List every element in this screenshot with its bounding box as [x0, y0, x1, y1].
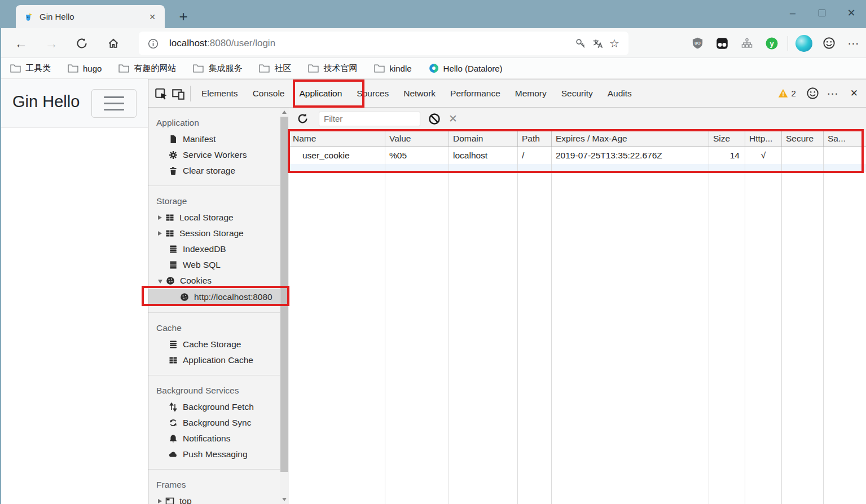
devtools-menu-button[interactable]: ⋯: [827, 87, 839, 100]
cell-path[interactable]: /: [518, 147, 552, 164]
device-toolbar-button[interactable]: [170, 85, 187, 102]
sidebar-scrollbar[interactable]: [280, 108, 289, 504]
warnings-badge[interactable]: 2: [778, 89, 795, 98]
sidebar-item-service-workers[interactable]: Service Workers: [148, 147, 280, 163]
column-header-name[interactable]: Name: [289, 130, 385, 147]
inspect-element-button[interactable]: [153, 85, 170, 102]
bell-icon: [169, 434, 178, 443]
tab-sources[interactable]: Sources: [349, 79, 396, 107]
back-button[interactable]: ←: [12, 35, 29, 52]
clear-all-cookies-button[interactable]: [428, 113, 441, 125]
cell-httponly-check[interactable]: √: [745, 147, 782, 164]
close-window-button[interactable]: ✕: [837, 0, 866, 26]
tab-console[interactable]: Console: [245, 79, 292, 107]
column-header-samesite[interactable]: Sa...: [824, 130, 866, 147]
scroll-down-icon[interactable]: [282, 498, 287, 501]
column-header-value[interactable]: Value: [385, 130, 449, 147]
address-bar[interactable]: localhost:8080/user/login ☆: [139, 32, 628, 55]
new-tab-button[interactable]: +: [174, 8, 193, 25]
password-key-icon[interactable]: [572, 38, 589, 50]
ublock-extension-icon[interactable]: uO: [685, 37, 710, 50]
sidebar-item-web-sql[interactable]: Web SQL: [148, 257, 280, 273]
sidebar-item-background-fetch[interactable]: Background Fetch: [148, 399, 280, 415]
bookmark-folder[interactable]: kindle: [374, 64, 411, 73]
sidebar-item-cookies-localhost[interactable]: http://localhost:8080: [148, 289, 280, 306]
dark-squircle-extension-icon[interactable]: [710, 37, 735, 50]
tab-close-icon[interactable]: ✕: [146, 11, 159, 23]
cookie-table-row[interactable]: user_cookie %05 localhost / 2019-07-25T1…: [289, 147, 866, 164]
column-header-domain[interactable]: Domain: [449, 130, 518, 147]
navbar-toggler-button[interactable]: [91, 89, 137, 118]
favorite-star-icon[interactable]: ☆: [606, 37, 623, 50]
expand-icon[interactable]: [158, 231, 162, 236]
sidebar-item-background-sync[interactable]: Background Sync: [148, 415, 280, 431]
expand-icon[interactable]: [158, 499, 162, 503]
hamburger-icon: [104, 96, 124, 98]
tab-performance[interactable]: Performance: [443, 79, 508, 107]
sidebar-item-frame-top[interactable]: top: [148, 493, 280, 504]
tab-application[interactable]: Application: [292, 79, 350, 107]
sidebar-item-cookies[interactable]: Cookies: [148, 273, 280, 289]
bookmark-folder[interactable]: 技术官网: [308, 63, 357, 74]
sitemap-extension-icon[interactable]: [735, 37, 759, 50]
sidebar-section-cache: Cache Cache Storage Application Cache: [148, 313, 280, 375]
delete-cookie-button[interactable]: ✕: [449, 112, 458, 125]
translate-icon[interactable]: [589, 38, 606, 50]
sidebar-item-local-storage[interactable]: Local Storage: [148, 210, 280, 226]
column-header-expires[interactable]: Expires / Max-Age: [552, 130, 709, 147]
devtools-close-button[interactable]: ✕: [848, 87, 860, 99]
profile-avatar[interactable]: [792, 35, 816, 52]
sidebar-item-manifest[interactable]: Manifest: [148, 131, 280, 147]
bookmark-folder[interactable]: 工具类: [10, 63, 51, 74]
cell-value[interactable]: %05: [385, 147, 449, 164]
home-button[interactable]: [105, 35, 122, 52]
tab-memory[interactable]: Memory: [508, 79, 554, 107]
collapse-icon[interactable]: [158, 280, 162, 284]
cookie-filter-input[interactable]: [319, 112, 420, 126]
maximize-button[interactable]: [807, 0, 837, 26]
bookmark-label: 社区: [274, 63, 291, 74]
column-header-path[interactable]: Path: [518, 130, 552, 147]
sidebar-item-push-messaging[interactable]: Push Messaging: [148, 446, 280, 462]
browser-tab[interactable]: Gin Hello ✕: [16, 5, 165, 28]
sidebar-item-session-storage[interactable]: Session Storage: [148, 226, 280, 241]
sidebar-item-indexeddb[interactable]: IndexedDB: [148, 241, 280, 257]
green-y-extension-icon[interactable]: y: [759, 37, 784, 50]
tab-audits[interactable]: Audits: [600, 79, 639, 107]
cell-secure[interactable]: [782, 147, 824, 164]
bookmark-datalore[interactable]: Hello (Datalore): [429, 63, 503, 73]
cell-expires[interactable]: 2019-07-25T13:35:22.676Z: [552, 147, 709, 164]
tab-network[interactable]: Network: [396, 79, 443, 107]
column-header-secure[interactable]: Secure: [782, 130, 824, 147]
cell-samesite[interactable]: [824, 147, 866, 164]
reload-button[interactable]: [73, 35, 90, 52]
minimize-button[interactable]: –: [778, 0, 807, 26]
browser-menu-button[interactable]: ⋯: [841, 37, 866, 50]
expand-icon[interactable]: [158, 215, 162, 220]
forward-button[interactable]: →: [43, 35, 60, 52]
scrollbar-thumb[interactable]: [280, 117, 288, 472]
devtools-feedback-button[interactable]: [806, 87, 819, 100]
tab-security[interactable]: Security: [554, 79, 600, 107]
bookmark-folder[interactable]: hugo: [68, 64, 102, 73]
database-icon: [169, 260, 178, 269]
sidebar-item-notifications[interactable]: Notifications: [148, 431, 280, 446]
sidebar-item-clear-storage[interactable]: Clear storage: [148, 163, 280, 179]
bookmark-folder[interactable]: 有趣的网站: [118, 63, 176, 74]
feedback-smiley-icon[interactable]: [816, 37, 841, 50]
section-title: Background Services: [148, 382, 280, 399]
column-header-size[interactable]: Size: [709, 130, 745, 147]
column-header-httponly[interactable]: Http...: [745, 130, 782, 147]
page-info-icon[interactable]: [144, 38, 161, 49]
cell-domain[interactable]: localhost: [449, 147, 518, 164]
window-left-edge: [0, 28, 1, 504]
cell-name[interactable]: user_cookie: [289, 147, 385, 164]
tab-elements[interactable]: Elements: [194, 79, 245, 107]
sidebar-item-cache-storage[interactable]: Cache Storage: [148, 337, 280, 352]
sidebar-item-application-cache[interactable]: Application Cache: [148, 352, 280, 368]
refresh-cookies-button[interactable]: [297, 113, 309, 125]
scroll-up-icon[interactable]: [282, 110, 287, 114]
cell-size[interactable]: 14: [709, 147, 745, 164]
bookmark-folder[interactable]: 集成服务: [193, 63, 242, 74]
bookmark-folder[interactable]: 社区: [259, 63, 291, 74]
